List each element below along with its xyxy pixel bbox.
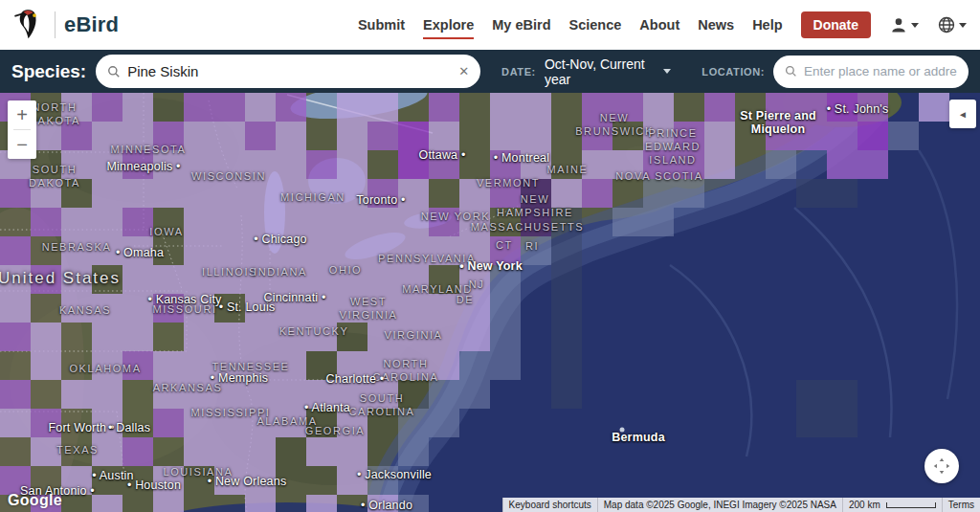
search-icon: [785, 65, 797, 78]
grid-cell: [551, 323, 582, 351]
terms-link[interactable]: Terms: [942, 498, 980, 512]
grid-cell: [398, 208, 429, 236]
language-menu[interactable]: [937, 15, 967, 34]
location-label: LOCATION:: [702, 66, 765, 78]
grid-cell: [459, 351, 490, 380]
grid-cell: [153, 466, 184, 495]
grid-cell: [704, 122, 735, 150]
grid-cell: [827, 122, 858, 150]
grid-cell: [184, 122, 214, 150]
grid-cell: [0, 294, 31, 323]
grid-cell: [368, 179, 398, 208]
grid-cell: [796, 179, 827, 208]
grid-cell: [0, 323, 31, 351]
grid-cell: [31, 437, 61, 466]
collapse-panel-button[interactable]: ◄: [949, 100, 976, 128]
nav-about[interactable]: About: [639, 17, 679, 33]
grid-cell: [92, 294, 122, 323]
grid-cell: [245, 236, 276, 265]
location-input[interactable]: [804, 64, 957, 78]
grid-cell: [490, 294, 521, 323]
grid-cell: [643, 208, 674, 236]
grid-cell: [214, 380, 245, 409]
grid-cell: [92, 409, 122, 437]
grid-cell: [214, 93, 245, 122]
map-data-attribution: Map data ©2025 Google, INEGI Imagery ©20…: [597, 498, 842, 512]
grid-cell: [184, 93, 214, 122]
date-selector[interactable]: DATE: Oct-Nov, Current year: [501, 56, 671, 87]
grid-cell: [490, 351, 521, 380]
grid-cell: [490, 150, 521, 179]
grid-cell: [551, 380, 582, 409]
nav-science[interactable]: Science: [569, 17, 622, 33]
grid-cell: [92, 93, 122, 122]
account-menu[interactable]: [889, 15, 919, 34]
grid-cell: [551, 351, 582, 380]
grid-cell: [459, 208, 490, 236]
keyboard-shortcuts-button[interactable]: Keyboard shortcuts: [502, 498, 597, 512]
grid-cell: [184, 409, 214, 437]
grid-cell: [368, 351, 398, 380]
nav-news[interactable]: News: [698, 17, 734, 33]
grid-cell: [0, 265, 31, 294]
nav-explore[interactable]: Explore: [423, 17, 474, 33]
pan-control-button[interactable]: [924, 449, 959, 483]
nav-help[interactable]: Help: [752, 17, 782, 33]
grid-cell: [245, 466, 276, 495]
grid-cell: [429, 93, 459, 122]
grid-cell: [214, 179, 245, 208]
grid-cell: [276, 380, 306, 409]
grid-cell: [245, 437, 276, 466]
grid-cell: [245, 351, 276, 380]
grid-cell: [674, 150, 704, 179]
grid-cell: [612, 150, 643, 179]
grid-cell: [674, 122, 704, 150]
grid-cell: [122, 179, 153, 208]
grid-cell: [643, 150, 674, 179]
grid-cell: [61, 208, 92, 236]
species-toolbar: Species: ✕ DATE: Oct-Nov, Current year L…: [0, 50, 980, 93]
grid-cell: [245, 208, 276, 236]
grid-cell: [61, 265, 92, 294]
grid-cell: [368, 294, 398, 323]
grid-cell: [214, 437, 245, 466]
location-group: LOCATION:: [702, 56, 969, 88]
ebird-logo[interactable]: eBird: [13, 9, 119, 41]
location-search[interactable]: [773, 56, 969, 88]
grid-cell: [429, 150, 459, 179]
donate-button[interactable]: Donate: [801, 11, 871, 38]
grid-cell: [276, 236, 306, 265]
grid-cell: [368, 93, 398, 122]
grid-cell: [0, 380, 31, 409]
grid-cell: [827, 409, 858, 437]
header: eBird SubmitExploreMy eBirdScienceAboutN…: [0, 0, 980, 50]
grid-cell: [704, 93, 735, 122]
grid-cell: [306, 179, 337, 208]
nav-submit[interactable]: Submit: [358, 17, 405, 33]
zoom-in-button[interactable]: +: [8, 100, 36, 129]
grid-cell: [429, 380, 459, 409]
grid-cell: [184, 265, 214, 294]
species-input[interactable]: [127, 63, 452, 79]
grid-cell: [337, 150, 368, 179]
grid-cell: [521, 179, 551, 208]
grid-cell: [306, 236, 337, 265]
species-search[interactable]: ✕: [96, 55, 480, 88]
grid-cell: [276, 409, 306, 437]
grid-cell: [214, 323, 245, 351]
grid-cell: [582, 179, 612, 208]
zoom-out-button[interactable]: −: [8, 130, 36, 159]
grid-cell: [490, 122, 521, 150]
scale-bar: [886, 502, 936, 508]
grid-cell: [796, 122, 827, 150]
grid-cell: [398, 437, 429, 466]
map-canvas[interactable]: NORTH DAKOTAMINNESOTASOUTH DAKOTAWISCONS…: [0, 93, 980, 512]
grid-cell: [122, 93, 153, 122]
google-logo[interactable]: Google: [8, 492, 62, 509]
clear-species-icon[interactable]: ✕: [458, 64, 469, 78]
grid-cell: [31, 323, 61, 351]
grid-cell: [306, 437, 337, 466]
grid-cell: [184, 150, 214, 179]
grid-cell: [398, 236, 429, 265]
nav-my-ebird[interactable]: My eBird: [492, 17, 550, 33]
